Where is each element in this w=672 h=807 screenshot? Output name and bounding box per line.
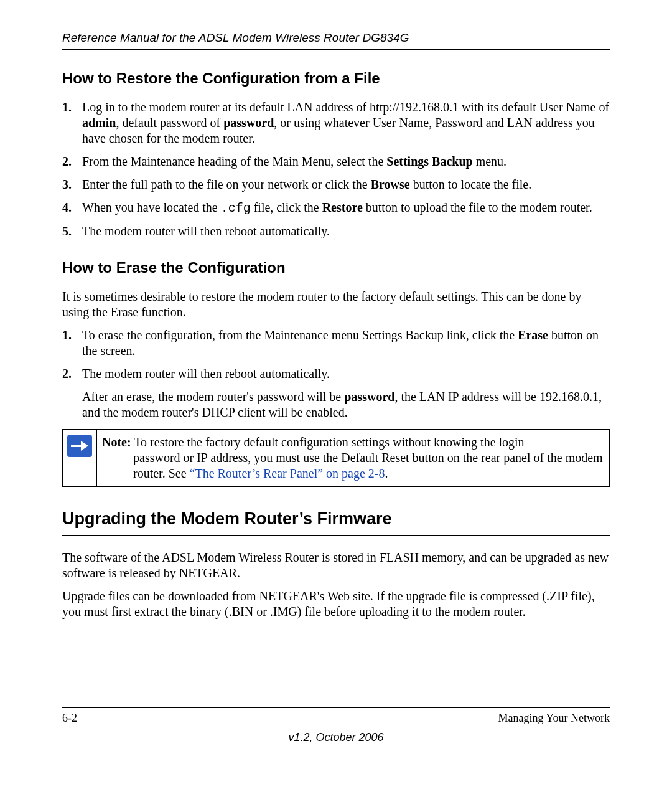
note-text: . (385, 466, 388, 480)
step-number: 2. (62, 154, 72, 169)
note-label: Note: (102, 435, 131, 449)
heading-restore-config: How to Restore the Configuration from a … (62, 70, 610, 87)
step-text: menu. (473, 154, 506, 168)
heading-rule (62, 535, 610, 536)
list-item: 3. Enter the full path to the file on yo… (62, 177, 610, 192)
step-text: The modem router will then reboot automa… (82, 367, 330, 380)
bold-text: Erase (518, 328, 548, 342)
step-text: , default password of (116, 116, 223, 130)
step-number: 5. (62, 224, 72, 239)
note-icon-cell (63, 430, 97, 487)
monospace-text: .cfg (221, 201, 251, 215)
bold-text: Settings Backup (386, 154, 472, 168)
note-box: Note: To restore the factory default con… (62, 429, 610, 487)
arrow-right-icon (67, 435, 92, 457)
list-item: 2. From the Maintenance heading of the M… (62, 154, 610, 169)
step-text: From the Maintenance heading of the Main… (82, 154, 386, 168)
list-item: 5. The modem router will then reboot aut… (62, 224, 610, 239)
paragraph-text: After an erase, the modem router's passw… (82, 390, 344, 404)
bold-text: admin (82, 116, 116, 130)
step-text: To erase the configuration, from the Mai… (82, 328, 518, 342)
step-text: button to upload the file to the modem r… (363, 201, 592, 214)
list-item: 4. When you have located the .cfg file, … (62, 200, 610, 216)
list-item: 1. Log in to the modem router at its def… (62, 100, 610, 146)
running-header: Reference Manual for the ADSL Modem Wire… (62, 31, 610, 50)
note-text: To restore the factory default configura… (131, 435, 525, 449)
note-content: Note: To restore the factory default con… (97, 430, 610, 487)
erase-steps-list: 1. To erase the configuration, from the … (62, 328, 610, 382)
paragraph: Upgrade files can be downloaded from NET… (62, 588, 610, 620)
paragraph: The software of the ADSL Modem Wireless … (62, 550, 610, 581)
page-number: 6-2 (62, 712, 77, 725)
step-number: 2. (62, 366, 72, 382)
cross-reference-link[interactable]: “The Router’s Rear Panel” on page 2-8 (190, 466, 385, 480)
heading-upgrade-firmware: Upgrading the Modem Router’s Firmware (62, 509, 610, 529)
step-number: 4. (62, 200, 72, 215)
page-footer: 6-2 Managing Your Network v1.2, October … (62, 707, 610, 744)
step-number: 1. (62, 100, 72, 115)
step-text: Log in to the modem router at its defaul… (82, 100, 609, 114)
step-text: file, click the (251, 201, 322, 214)
bold-text: Restore (322, 201, 363, 214)
step-number: 1. (62, 328, 72, 343)
paragraph: It is sometimes desirable to restore the… (62, 289, 610, 320)
restore-steps-list: 1. Log in to the modem router at its def… (62, 100, 610, 239)
step-text: The modem router will then reboot automa… (82, 224, 330, 238)
paragraph: After an erase, the modem router's passw… (82, 389, 610, 420)
list-item: 2. The modem router will then reboot aut… (62, 366, 610, 382)
step-text: Enter the full path to the file on your … (82, 177, 371, 191)
footer-section-title: Managing Your Network (498, 712, 610, 725)
list-item: 1. To erase the configuration, from the … (62, 328, 610, 359)
step-number: 3. (62, 177, 72, 192)
bold-text: password (344, 390, 394, 404)
bold-text: password (223, 116, 274, 130)
step-text: When you have located the (82, 201, 221, 214)
heading-erase-config: How to Erase the Configuration (62, 259, 610, 276)
step-text: button to locate the file. (410, 177, 532, 191)
footer-version: v1.2, October 2006 (62, 731, 610, 744)
bold-text: Browse (371, 177, 410, 191)
